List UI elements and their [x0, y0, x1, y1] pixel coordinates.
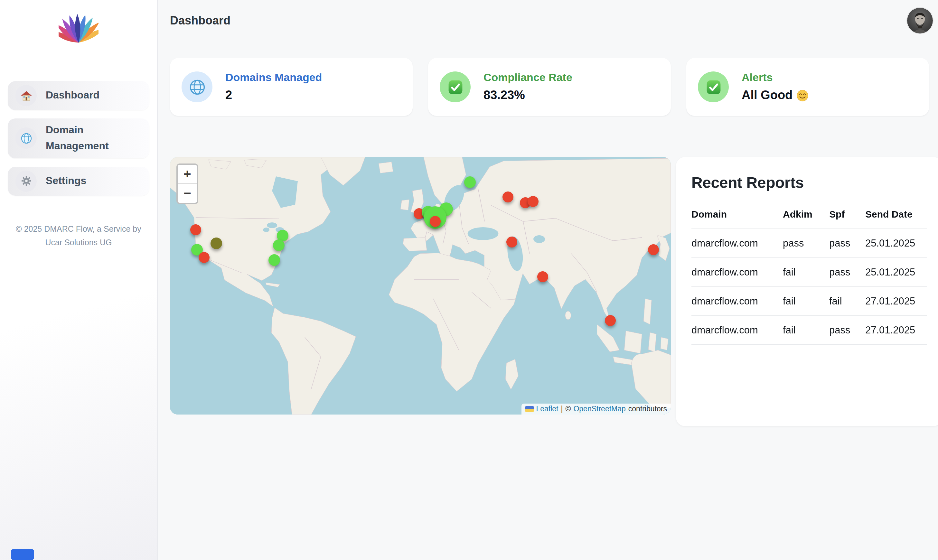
openstreetmap-link[interactable]: OpenStreetMap	[573, 405, 626, 412]
sidebar-item-domain-management[interactable]: Domain Management	[8, 118, 149, 158]
card-domains-managed: Domains Managed 2	[170, 58, 413, 116]
table-cell: pass	[829, 316, 865, 345]
table-cell: pass	[829, 229, 865, 258]
card-compliance-rate: Compliance Rate 83.23%	[428, 58, 671, 116]
smiling-face-icon	[797, 89, 809, 102]
column-header: Domain	[692, 209, 783, 229]
recent-reports-title: Recent Reports	[692, 174, 932, 192]
user-avatar[interactable]	[907, 8, 933, 34]
reports-table: DomainAdkimSpfSend Date dmarcflow.compas…	[692, 209, 927, 345]
map-marker[interactable]	[210, 238, 222, 249]
globe-icon	[181, 71, 212, 102]
map-attribution: Leaflet | © OpenStreetMap contributors	[521, 404, 671, 415]
map-marker[interactable]	[430, 215, 441, 226]
app-window: Dashboard Domain Management	[0, 0, 938, 560]
sidebar: Dashboard Domain Management	[0, 0, 158, 560]
map-marker[interactable]	[527, 196, 538, 207]
attribution-separator: |	[561, 405, 563, 412]
card-title: Alerts	[742, 71, 809, 84]
table-cell: dmarcflow.com	[692, 229, 783, 258]
table-row[interactable]: dmarcflow.comfailpass27.01.2025	[692, 316, 927, 345]
map-marker[interactable]	[537, 271, 548, 282]
globe-icon	[15, 128, 37, 149]
table-cell: fail	[829, 287, 865, 316]
table-cell: dmarcflow.com	[692, 316, 783, 345]
table-cell: fail	[783, 316, 829, 345]
map-marker[interactable]	[506, 237, 517, 248]
map-marker[interactable]	[648, 244, 659, 255]
sidebar-item-dashboard[interactable]: Dashboard	[8, 81, 149, 110]
page-title: Dashboard	[170, 14, 231, 28]
map-marker[interactable]	[269, 254, 280, 266]
map-marker[interactable]	[198, 252, 209, 263]
map-marker[interactable]	[503, 191, 514, 202]
table-row[interactable]: dmarcflow.comfailpass25.01.2025	[692, 258, 927, 287]
world-map[interactable]: + − Leaflet | © OpenStreetMap contributo…	[170, 157, 671, 415]
table-header-row: DomainAdkimSpfSend Date	[692, 209, 927, 229]
table-cell: 27.01.2025	[865, 287, 927, 316]
card-title: Compliance Rate	[483, 71, 572, 84]
card-value: 2	[225, 88, 322, 102]
copyright-text: © 2025 DMARC Flow, a Service by Ucar Sol…	[10, 222, 147, 250]
card-value: 83.23%	[483, 88, 572, 102]
table-cell: dmarcflow.com	[692, 287, 783, 316]
column-header: Spf	[829, 209, 865, 229]
scrollbar-thumb[interactable]	[11, 549, 34, 560]
card-title: Domains Managed	[225, 71, 322, 84]
gear-icon	[15, 170, 37, 191]
table-row[interactable]: dmarcflow.comfailfail27.01.2025	[692, 287, 927, 316]
table-cell: 25.01.2025	[865, 258, 927, 287]
copyright-symbol: ©	[565, 405, 571, 412]
card-alerts: Alerts All Good	[686, 58, 929, 116]
check-icon	[440, 71, 471, 102]
zoom-out-button[interactable]: −	[178, 183, 197, 203]
table-cell: fail	[783, 258, 829, 287]
check-icon	[698, 71, 729, 102]
table-cell: 27.01.2025	[865, 316, 927, 345]
house-icon	[15, 85, 37, 106]
table-row[interactable]: dmarcflow.compasspass25.01.2025	[692, 229, 927, 258]
ukraine-flag-icon	[525, 406, 534, 412]
sidebar-item-label: Dashboard	[46, 88, 100, 104]
table-cell: fail	[783, 287, 829, 316]
sidebar-item-label: Domain Management	[46, 122, 129, 154]
stat-cards: Domains Managed 2 Compliance Rate 83.23%	[170, 58, 929, 116]
map-marker[interactable]	[190, 224, 201, 235]
column-header: Send Date	[865, 209, 927, 229]
leaflet-link[interactable]: Leaflet	[536, 405, 558, 412]
map-zoom-control: + −	[177, 163, 198, 204]
column-header: Adkim	[783, 209, 829, 229]
map-marker[interactable]	[464, 176, 476, 188]
map-marker[interactable]	[273, 240, 284, 251]
table-cell: 25.01.2025	[865, 229, 927, 258]
sidebar-item-label: Settings	[46, 173, 86, 189]
sidebar-nav: Dashboard Domain Management	[0, 81, 157, 195]
table-cell: pass	[783, 229, 829, 258]
card-value: All Good	[742, 88, 792, 102]
dmarc-flow-logo	[0, 0, 157, 46]
map-marker[interactable]	[605, 315, 616, 326]
attribution-suffix: contributors	[628, 405, 667, 412]
zoom-in-button[interactable]: +	[178, 165, 197, 183]
sidebar-item-settings[interactable]: Settings	[8, 166, 149, 195]
recent-reports-card: Recent Reports DomainAdkimSpfSend Date d…	[676, 157, 938, 426]
table-cell: dmarcflow.com	[692, 258, 783, 287]
table-cell: pass	[829, 258, 865, 287]
